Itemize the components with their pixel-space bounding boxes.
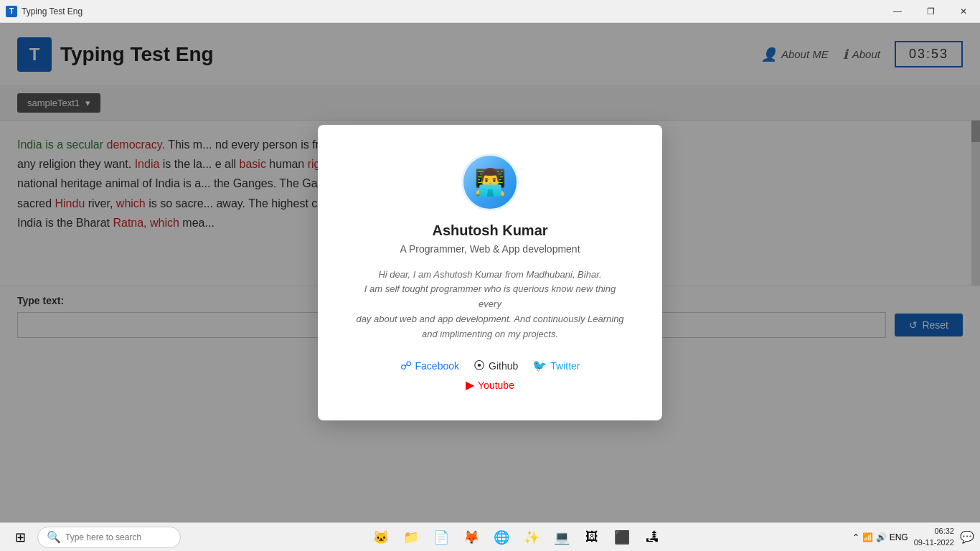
- avatar-icon: 👨‍💻: [474, 169, 507, 195]
- minimize-button[interactable]: —: [881, 0, 914, 23]
- bio-line2: I am self tought programmer who is queri…: [364, 283, 616, 309]
- search-icon: 🔍: [47, 530, 61, 544]
- title-bar: T Typing Test Eng — ❐ ✕: [0, 0, 980, 23]
- title-bar-controls: — ❐ ✕: [881, 0, 980, 23]
- youtube-icon: ▶: [466, 378, 474, 392]
- maximize-button[interactable]: ❐: [914, 0, 947, 23]
- modal-person-name: Ashutosh Kumar: [354, 222, 626, 239]
- bio-line1: Hi dear, I am Ashutosh Kumar from Madhub…: [378, 269, 601, 280]
- bio-line4: and implimenting on my projects.: [422, 329, 558, 339]
- taskbar: ⊞ 🔍 🐱 📁 📄 🦊 🌐 ✨ 💻 🖼 ⬛ 🏞 ⌃ 📶 🔊 ENG 06:32 …: [0, 522, 980, 551]
- taskbar-icon-file[interactable]: 📄: [428, 526, 454, 549]
- twitter-label: Twitter: [550, 360, 580, 372]
- sys-tray: ⌃ 📶 🔊 ENG: [852, 532, 908, 542]
- title-bar-title: Typing Test Eng: [22, 6, 83, 17]
- modal-overlay[interactable]: 👨‍💻 Ashutosh Kumar A Programmer, Web & A…: [0, 23, 980, 522]
- clock: 06:32 09-11-2022: [914, 526, 954, 548]
- title-bar-app-icon: T: [6, 6, 17, 17]
- search-input[interactable]: [65, 532, 173, 542]
- modal-bio: Hi dear, I am Ashutosh Kumar from Madhub…: [354, 268, 626, 342]
- taskbar-icon-tablet[interactable]: ⬛: [609, 526, 635, 549]
- clock-date: 09-11-2022: [914, 537, 954, 548]
- start-button[interactable]: ⊞: [6, 526, 34, 549]
- facebook-label: Facebook: [415, 360, 459, 372]
- tray-arrow[interactable]: ⌃: [852, 532, 859, 542]
- title-bar-left: T Typing Test Eng: [6, 6, 83, 17]
- avatar: 👨‍💻: [461, 154, 519, 211]
- close-button[interactable]: ✕: [947, 0, 980, 23]
- twitter-icon: 🐦: [532, 359, 547, 372]
- taskbar-right: ⌃ 📶 🔊 ENG 06:32 09-11-2022 💬: [852, 526, 974, 548]
- social-row2: ▶ Youtube: [354, 378, 626, 392]
- modal-person-title: A Programmer, Web & App development: [354, 243, 626, 255]
- app-container: T Typing Test Eng 👤 About ME ℹ About 03:…: [0, 23, 980, 522]
- taskbar-icon-star[interactable]: ✨: [519, 526, 545, 549]
- github-label: Github: [489, 360, 518, 372]
- taskbar-icon-gallery[interactable]: 🏞: [639, 526, 665, 549]
- facebook-link[interactable]: ☍ Facebook: [400, 359, 459, 372]
- twitter-link[interactable]: 🐦 Twitter: [532, 359, 580, 372]
- taskbar-icon-edge[interactable]: 🌐: [489, 526, 514, 549]
- facebook-icon: ☍: [400, 359, 412, 372]
- taskbar-left: ⊞ 🔍: [6, 526, 181, 549]
- bio-line3: day about web and app development. And c…: [356, 314, 623, 324]
- taskbar-icon-cat[interactable]: 🐱: [368, 526, 394, 549]
- about-modal: 👨‍💻 Ashutosh Kumar A Programmer, Web & A…: [318, 125, 662, 421]
- taskbar-icon-photo[interactable]: 🖼: [579, 526, 605, 549]
- taskbar-icons: 🐱 📁 📄 🦊 🌐 ✨ 💻 🖼 ⬛ 🏞: [368, 526, 665, 549]
- notification-button[interactable]: 💬: [960, 530, 974, 544]
- youtube-label: Youtube: [478, 380, 514, 391]
- lang-label: ENG: [890, 532, 908, 542]
- social-links: ☍ Facebook ⦿ Github 🐦 Twitter: [354, 359, 626, 372]
- github-link[interactable]: ⦿ Github: [473, 359, 518, 372]
- taskbar-icon-folder[interactable]: 📁: [398, 526, 424, 549]
- clock-time: 06:32: [914, 526, 954, 537]
- youtube-link[interactable]: ▶ Youtube: [466, 378, 514, 392]
- search-bar[interactable]: 🔍: [37, 527, 181, 548]
- github-icon: ⦿: [473, 359, 485, 372]
- taskbar-icon-firefox[interactable]: 🦊: [458, 526, 484, 549]
- wifi-icon: 📶: [862, 532, 873, 542]
- taskbar-icon-vscode[interactable]: 💻: [549, 526, 575, 549]
- speaker-icon: 🔊: [876, 532, 887, 542]
